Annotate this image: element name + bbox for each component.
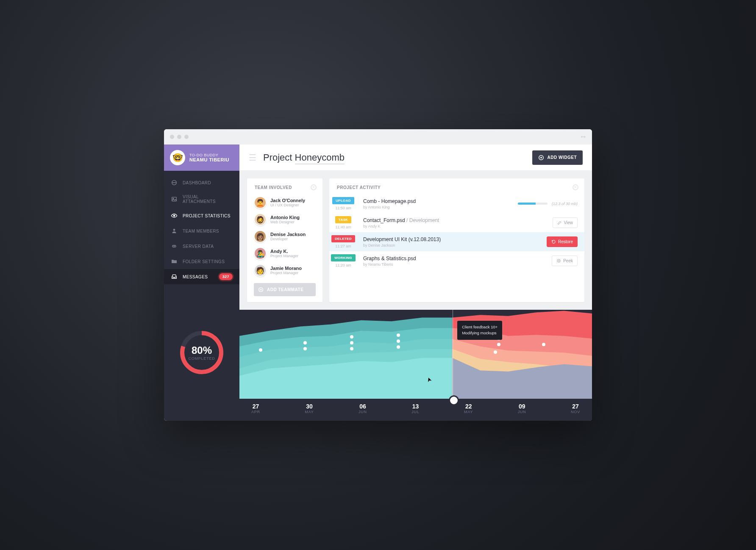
activity-tag: TASK	[335, 216, 351, 223]
teammate-role: UI / UX Designer	[270, 203, 305, 207]
expand-icon[interactable]: ⤢	[579, 133, 588, 141]
nav-label: SERVER DATA	[183, 244, 214, 249]
sidebar-nav: DASHBOARDVISUAL ATTACHMENTSPROJECT STATI…	[164, 171, 239, 289]
activity-title: Graphs & Statistics.psd	[363, 256, 546, 261]
nav-team-members[interactable]: TEAM MEMBERS	[164, 223, 239, 239]
peek-button[interactable]: Peek	[552, 256, 578, 266]
svg-point-13	[303, 341, 307, 344]
timeline-tick[interactable]: 22MAY	[464, 403, 473, 414]
activity-tag: UPLOAD	[332, 197, 354, 204]
tick-month: JUN	[518, 410, 526, 414]
nav-label: MESSAGES	[183, 275, 208, 279]
close-icon[interactable]: ✕	[573, 184, 578, 190]
tick-month: JUN	[359, 410, 367, 414]
nav-label: VISUAL ATTACHMENTS	[183, 194, 233, 204]
completion-widget: 80% COMPLETED	[164, 289, 239, 421]
nav-project-statistics[interactable]: PROJECT STATISTICS	[164, 208, 239, 223]
sidebar: 🤓 TO-DO BUDDY NEAMU TIBERIU DASHBOARDVIS…	[164, 144, 239, 421]
timeline-tick[interactable]: 27APR	[251, 403, 260, 414]
user-avatar: 🤓	[170, 150, 185, 165]
svg-point-19	[397, 333, 400, 337]
timeline-tick[interactable]: 09JUN	[518, 403, 526, 414]
teammate-row[interactable]: 🧑Jamie MoranoProject Manager	[247, 262, 322, 279]
nav-server-data[interactable]: SERVER DATA	[164, 239, 239, 254]
svg-point-10	[558, 260, 559, 261]
activity-row: UPLOAD11:50 amComb - Homepage.psdby Anto…	[329, 194, 584, 213]
folder-icon	[171, 258, 178, 265]
app-window: ⤢ 🤓 TO-DO BUDDY NEAMU TIBERIU DASHBOARDV…	[164, 129, 592, 421]
tick-day: 06	[359, 403, 367, 410]
svg-rect-1	[172, 197, 177, 201]
tick-month: JUL	[411, 410, 419, 414]
teammate-row[interactable]: 👩🏽Denise JacksonDeveloper	[247, 228, 322, 245]
nav-dashboard[interactable]: DASHBOARD	[164, 175, 239, 190]
restore-button[interactable]: Restore	[547, 236, 578, 247]
nav-visual-attachments[interactable]: VISUAL ATTACHMENTS	[164, 190, 239, 208]
activity-row: DELETED11:27 amDevelopment UI Kit (v.12.…	[329, 232, 584, 251]
timeline-tick[interactable]: 13JUL	[411, 403, 419, 414]
teammate-avatar: 👩🏽	[254, 230, 267, 243]
activity-row: TASK11:40 amContact_Form.psd / Developme…	[329, 213, 584, 232]
upload-progress	[518, 203, 548, 205]
activity-title: Development UI Kit (v.12.08.2013)	[363, 236, 541, 242]
activity-card: ✕ PROJECT ACTIVITY UPLOAD11:50 amComb - …	[329, 178, 584, 302]
activity-author: by Antonio King	[363, 205, 512, 209]
traffic-lights[interactable]	[170, 135, 189, 139]
profile-block[interactable]: 🤓 TO-DO BUDDY NEAMU TIBERIU	[164, 144, 239, 171]
tick-day: 09	[518, 403, 526, 410]
teammate-row[interactable]: 🧔Antonio KingWeb Designer	[247, 211, 322, 228]
nav-folder-settings[interactable]: FOLDER SETTINGS	[164, 254, 239, 269]
chart-tooltip: Client feedback 10+ Modifying mockups	[457, 321, 502, 340]
timeline-axis: 27APR30MAY06JUN13JUL22MAY09JUN27NOV	[239, 399, 592, 421]
topbar: ☰ Project Honeycomb ADD WIDGET	[239, 144, 592, 171]
teammate-avatar: 🧔	[254, 213, 267, 226]
teammate-name: Denise Jackson	[270, 232, 306, 237]
timeline-tick[interactable]: 06JUN	[359, 403, 367, 414]
tick-day: 27	[571, 403, 580, 410]
teammate-name: Andy K.	[270, 249, 298, 254]
activity-row: WORKING11:20 amGraphs & Statistics.psdby…	[329, 251, 584, 270]
activity-heading: PROJECT ACTIVITY	[329, 178, 584, 194]
timeline-tick[interactable]: 27NOV	[571, 403, 580, 414]
user-icon	[171, 228, 178, 234]
teammate-role: Project Manager	[270, 254, 298, 258]
tick-month: APR	[251, 410, 260, 414]
user-name: NEAMU TIBERIU	[189, 157, 229, 162]
activity-title: Contact_Form.psd / Development	[363, 217, 547, 223]
timeline-tick[interactable]: 30MAY	[305, 403, 314, 414]
teammate-role: Web Designer	[270, 220, 300, 224]
svg-point-22	[542, 343, 545, 346]
image-icon	[171, 196, 178, 203]
teammate-row[interactable]: 👨‍🎤Andy K.Project Manager	[247, 245, 322, 262]
close-icon[interactable]: ✕	[311, 184, 317, 190]
tick-day: 30	[305, 403, 314, 410]
team-card: ✕ TEAM INVOLVED 🧑‍🦱Jack O'ConnelyUI / UX…	[247, 178, 322, 302]
activity-tag: WORKING	[331, 254, 356, 261]
svg-point-15	[350, 341, 353, 344]
add-teammate-button[interactable]: ADD TEAMMATE	[254, 283, 316, 296]
svg-point-23	[494, 350, 497, 354]
activity-time: 11:50 am	[335, 206, 351, 210]
page-title: Project Honeycomb	[263, 152, 345, 163]
nav-messages[interactable]: MESSAGES327	[164, 269, 239, 284]
teammate-avatar: 👨‍🎤	[254, 247, 267, 260]
timeline-marker[interactable]	[453, 310, 453, 402]
svg-point-9	[557, 259, 560, 262]
add-widget-button[interactable]: ADD WIDGET	[532, 150, 583, 165]
activity-tag: DELETED	[331, 235, 355, 242]
teammate-avatar: 🧑‍🦱	[254, 196, 267, 209]
window-titlebar: ⤢	[164, 129, 592, 144]
inbox-icon	[171, 273, 178, 280]
dashboard-icon	[171, 179, 178, 186]
completion-label: COMPLETED	[188, 356, 215, 361]
nav-label: DASHBOARD	[183, 181, 211, 185]
plus-circle-icon	[538, 155, 544, 161]
timeline-chart[interactable]: Client feedback 10+ Modifying mockups ➤ …	[239, 310, 592, 421]
view-button[interactable]: View	[553, 217, 578, 228]
teammate-row[interactable]: 🧑‍🦱Jack O'ConnelyUI / UX Designer	[247, 194, 322, 211]
svg-point-11	[259, 348, 262, 352]
activity-author: by Neamu Tiberiu	[363, 262, 546, 267]
menu-icon[interactable]: ☰	[249, 153, 256, 163]
tick-day: 22	[464, 403, 473, 410]
teammate-role: Developer	[270, 237, 306, 241]
